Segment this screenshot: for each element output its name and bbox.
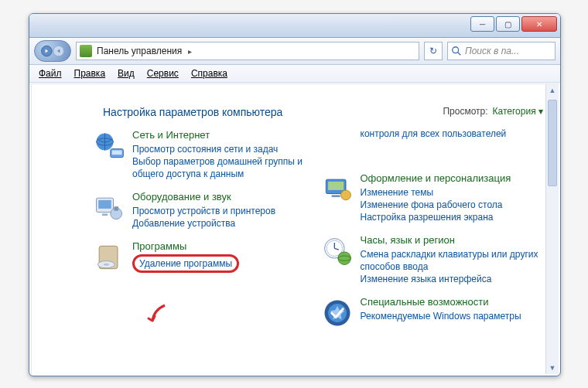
category-link[interactable]: Изменение языка интерфейса	[361, 273, 549, 285]
category-title[interactable]: Часы, язык и регион	[361, 234, 549, 247]
svg-rect-17	[328, 182, 344, 190]
menu-file[interactable]: Файл	[34, 66, 67, 80]
category-link[interactable]: Выбор параметров домашней группы и общег…	[132, 155, 320, 180]
content-area: Настройка параметров компьютера Просмотр…	[31, 83, 559, 374]
scroll-down-arrow[interactable]: ▼	[546, 362, 559, 374]
svg-point-19	[340, 190, 350, 200]
spacer-icon	[320, 128, 354, 162]
svg-rect-9	[98, 200, 111, 209]
view-by: Просмотр: Категория ▾	[443, 106, 543, 117]
menu-help[interactable]: Справка	[186, 66, 232, 80]
refresh-button[interactable]: ↻	[424, 42, 443, 60]
menu-edit[interactable]: Правка	[70, 66, 111, 80]
svg-point-15	[104, 264, 109, 266]
titlebar: ─ ▢ ✕	[29, 14, 560, 38]
search-icon	[451, 46, 462, 56]
category-link[interactable]: Рекомендуемые Windows параметры	[361, 310, 549, 322]
right-column: контроля для всех пользователей Оформлен…	[320, 129, 549, 374]
category-link[interactable]: Добавление устройства	[132, 217, 320, 230]
svg-rect-10	[102, 213, 108, 216]
control-panel-window: ─ ▢ ✕ Панель управления ▸ ↻ Поиск в па..…	[29, 13, 561, 376]
nav-back-forward[interactable]	[34, 40, 71, 62]
menubar: Файл Правка Вид Сервис Справка	[29, 65, 560, 83]
category-programs: Программы Удаление программы	[92, 240, 320, 274]
close-button[interactable]: ✕	[521, 16, 557, 32]
network-icon	[92, 129, 126, 163]
category-clock: Часы, язык и регион Смена раскладки клав…	[320, 234, 549, 285]
category-link[interactable]: Просмотр устройств и принтеров	[132, 205, 320, 217]
address-bar[interactable]: Панель управления ▸	[76, 42, 419, 60]
scroll-thumb[interactable]	[548, 100, 557, 186]
menu-view[interactable]: Вид	[113, 66, 139, 80]
search-input[interactable]: Поиск в па...	[447, 42, 556, 60]
left-column: Сеть и Интернет Просмотр состояния сети …	[92, 129, 320, 374]
category-link[interactable]: Изменение темы	[361, 186, 549, 199]
menu-tools[interactable]: Сервис	[142, 66, 183, 80]
programs-icon	[92, 240, 126, 274]
svg-line-3	[458, 53, 461, 56]
category-ease: Специальные возможности Рекомендуемые Wi…	[320, 296, 549, 330]
navbar: Панель управления ▸ ↻ Поиск в па...	[29, 38, 560, 65]
ease-icon	[320, 296, 354, 330]
category-appearance: Оформление и персонализация Изменение те…	[320, 172, 549, 223]
category-link[interactable]: контроля для всех пользователей	[361, 128, 549, 140]
uninstall-program-link[interactable]: Удаление программы	[132, 254, 239, 273]
category-title[interactable]: Программы	[132, 240, 320, 253]
category-hardware: Оборудование и звук Просмотр устройств и…	[92, 191, 320, 230]
category-title[interactable]: Специальные возможности	[361, 296, 549, 308]
breadcrumb-arrow[interactable]: ▸	[188, 47, 192, 56]
category-title[interactable]: Сеть и Интернет	[132, 129, 320, 141]
search-placeholder: Поиск в па...	[465, 46, 519, 56]
category-title[interactable]: Оформление и персонализация	[361, 172, 549, 185]
view-by-dropdown[interactable]: Категория ▾	[493, 106, 543, 117]
category-link[interactable]: Изменение фона рабочего стола	[361, 199, 549, 211]
category-link[interactable]: Смена раскладки клавиатуры или других сп…	[361, 248, 549, 273]
vertical-scrollbar[interactable]: ▲ ▼	[545, 84, 559, 374]
address-text: Панель управления	[97, 46, 182, 56]
svg-point-2	[453, 47, 459, 53]
svg-rect-18	[331, 195, 340, 197]
hardware-icon	[92, 191, 126, 225]
appearance-icon	[320, 172, 354, 206]
svg-rect-12	[114, 206, 118, 211]
minimize-button[interactable]: ─	[470, 16, 494, 32]
svg-point-24	[337, 252, 350, 265]
category-title[interactable]: Оборудование и звук	[132, 191, 320, 203]
view-by-label: Просмотр:	[443, 106, 487, 117]
page-title: Настройка параметров компьютера	[103, 106, 282, 118]
clock-icon	[320, 234, 354, 268]
category-link[interactable]: Настройка разрешения экрана	[361, 211, 549, 223]
category-link[interactable]: Просмотр состояния сети и задач	[132, 143, 320, 155]
category-partial-top: контроля для всех пользователей	[320, 128, 549, 162]
svg-rect-7	[112, 151, 122, 155]
category-network: Сеть и Интернет Просмотр состояния сети …	[92, 129, 320, 180]
maximize-button[interactable]: ▢	[496, 16, 520, 32]
control-panel-icon	[80, 45, 92, 57]
scroll-up-arrow[interactable]: ▲	[546, 84, 559, 97]
